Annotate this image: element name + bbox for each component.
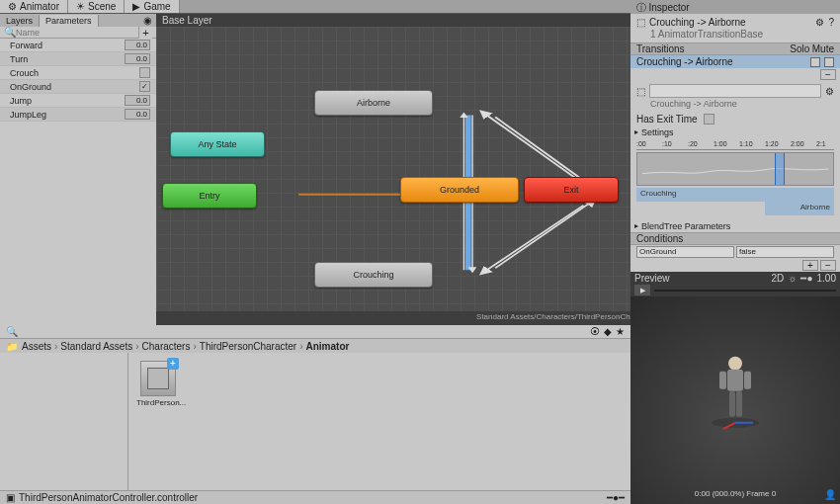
chevron-right-icon [132, 341, 141, 352]
svg-line-4 [495, 202, 592, 269]
transition-type-icon: ⬚ [636, 86, 645, 97]
search-icon: 🔍 [6, 326, 16, 337]
tab-game[interactable]: ▶Game [125, 0, 179, 13]
favorite-icon[interactable]: ★ [616, 326, 625, 337]
project-search-input[interactable] [20, 327, 586, 337]
breadcrumb-segment[interactable]: ThirdPersonCharacter [200, 341, 296, 352]
eye-icon[interactable]: ◉ [139, 15, 156, 26]
tab-parameters[interactable]: Parameters [40, 15, 99, 27]
transition-name-label: Crouching -> Airborne [630, 99, 840, 109]
has-exit-time-checkbox[interactable] [704, 114, 714, 125]
param-row-crouch[interactable]: Crouch [0, 66, 156, 80]
param-row-onground[interactable]: OnGround✓ [0, 80, 156, 94]
svg-rect-13 [729, 391, 735, 417]
node-entry[interactable]: Entry [162, 183, 257, 209]
param-value[interactable]: 0.0 [125, 109, 150, 120]
condition-parameter-select[interactable]: OnGround [636, 246, 734, 258]
transition-list-item[interactable]: Crouching -> Airborne [630, 55, 840, 68]
chevron-right-icon [51, 341, 60, 352]
help-icon[interactable]: ? [828, 17, 834, 28]
preview-2d-toggle[interactable]: 2D [772, 273, 785, 284]
frame-info: 0:00 (000.0%) Frame 0 [630, 489, 840, 498]
preview-lighting-icon[interactable]: ☼ [788, 273, 797, 284]
param-name: Forward [10, 41, 125, 50]
param-name: Turn [10, 54, 125, 64]
timeline-tick: :20 [688, 140, 698, 147]
param-checkbox[interactable] [139, 67, 150, 78]
track-source[interactable]: Crouching [636, 188, 834, 202]
preview-speed-value: 1.00 [817, 273, 836, 284]
project-sidebar[interactable] [0, 353, 128, 490]
scrubber[interactable] [654, 290, 836, 292]
preview-speed-slider[interactable]: ━● [800, 273, 812, 284]
animator-controller-icon: + [140, 361, 176, 396]
asset-grid[interactable]: + ThirdPerson... [128, 353, 630, 490]
filter-icon[interactable]: ⦿ [590, 326, 600, 337]
tab-layers[interactable]: Layers [0, 15, 40, 27]
param-value[interactable]: 0.0 [125, 95, 150, 106]
project-status-bar: ▣ ThirdPersonAnimatorController.controll… [0, 490, 630, 504]
track-destination[interactable]: Airborne [765, 202, 834, 215]
node-grounded[interactable]: Grounded [400, 177, 519, 203]
tab-scene[interactable]: ☀Scene [68, 0, 125, 13]
tab-inspector[interactable]: ⓘ Inspector [630, 0, 840, 14]
remove-condition-button[interactable]: − [820, 260, 836, 271]
gear-icon[interactable]: ⚙ [815, 17, 824, 28]
node-airborne[interactable]: Airborne [314, 90, 433, 116]
play-button[interactable]: ▶ [634, 285, 650, 295]
plus-badge-icon: + [167, 358, 179, 370]
timeline-tick: :00 [636, 140, 646, 147]
inspector-title: Crouching -> Airborne [649, 17, 811, 28]
param-row-jumpleg[interactable]: JumpLeg0.0 [0, 108, 156, 122]
mute-header: Mute [812, 43, 834, 54]
add-parameter-button[interactable]: + [138, 27, 152, 39]
breadcrumb-segment[interactable]: Animator [306, 341, 350, 352]
has-exit-time-label: Has Exit Time [636, 114, 698, 125]
inspector-panel: ⓘ Inspector ⬚ Crouching -> Airborne ⚙ ? … [630, 0, 840, 504]
gear-icon[interactable]: ⚙ [825, 86, 834, 97]
chevron-right-icon [190, 341, 199, 352]
param-checkbox[interactable]: ✓ [139, 81, 150, 92]
solo-checkbox[interactable] [810, 57, 820, 67]
filter-type-icon[interactable]: ◆ [604, 326, 612, 337]
add-condition-button[interactable]: + [802, 260, 818, 271]
param-search-input[interactable] [16, 28, 138, 38]
timeline-tick: 1:00 [714, 140, 727, 147]
playhead-icon[interactable] [775, 153, 785, 185]
condition-value-select[interactable]: false [736, 246, 834, 258]
transition-icon: ⬚ [636, 17, 645, 28]
avatar-selector-icon[interactable]: 👤 [824, 489, 836, 500]
timeline-tick: 2:1 [816, 140, 826, 147]
asset-label: ThirdPerson... [136, 398, 180, 407]
tab-animator[interactable]: ⚙Animator [0, 0, 68, 13]
asset-item[interactable]: + ThirdPerson... [136, 361, 180, 407]
animator-controller-icon: ▣ [6, 492, 15, 503]
blendtree-foldout[interactable]: BlendTree Parameters [630, 219, 840, 232]
breadcrumb-segment[interactable]: Characters [142, 341, 191, 352]
svg-rect-12 [744, 372, 751, 389]
svg-point-9 [728, 357, 742, 371]
slider-icon[interactable]: ━●━ [607, 492, 625, 503]
timeline-tick: 2:00 [791, 140, 804, 147]
node-any-state[interactable]: Any State [170, 131, 265, 157]
param-row-jump[interactable]: Jump0.0 [0, 94, 156, 108]
timeline-tick: :10 [662, 140, 672, 147]
transition-timeline[interactable]: :00:10:201:001:101:202:002:1 Crouching A… [630, 138, 840, 219]
node-crouching[interactable]: Crouching [314, 262, 433, 288]
param-value[interactable]: 0.0 [125, 40, 150, 50]
settings-foldout[interactable]: Settings [630, 126, 840, 138]
breadcrumb-segment[interactable]: Assets [22, 341, 51, 352]
transition-name-input[interactable] [649, 84, 821, 98]
conditions-label: Conditions [636, 233, 683, 244]
param-row-turn[interactable]: Turn0.0 [0, 52, 156, 66]
project-panel: 🔍 ⦿ ◆ ★ 📁 AssetsStandard AssetsCharacter… [0, 325, 630, 504]
mute-checkbox[interactable] [824, 57, 834, 67]
remove-transition-button[interactable]: − [820, 69, 836, 80]
breadcrumb-segment[interactable]: Standard Assets [60, 341, 132, 352]
layer-breadcrumb[interactable]: Base Layer [162, 15, 212, 26]
node-exit[interactable]: Exit [524, 177, 619, 203]
svg-rect-14 [736, 391, 742, 417]
param-row-forward[interactable]: Forward0.0 [0, 39, 156, 52]
preview-viewport[interactable]: 0:00 (000.0%) Frame 0 👤 [630, 296, 840, 504]
param-value[interactable]: 0.0 [125, 53, 150, 64]
